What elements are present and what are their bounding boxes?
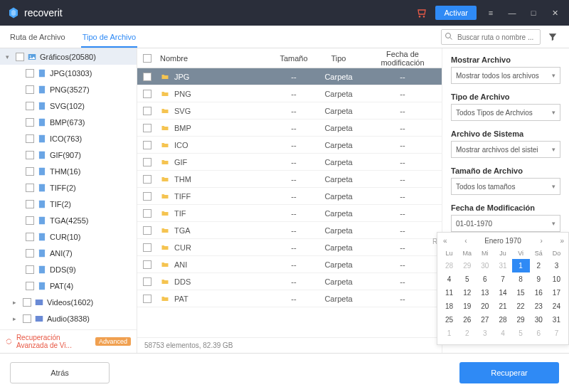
table-row[interactable]: CUR--Carpeta--: [137, 239, 442, 256]
checkbox[interactable]: [23, 298, 31, 307]
checkbox[interactable]: [26, 102, 34, 110]
table-row[interactable]: TGA--Carpeta--: [137, 222, 442, 239]
checkbox[interactable]: [26, 200, 34, 208]
tree-category[interactable]: ▸Audio(3838): [0, 310, 137, 327]
cal-day[interactable]: 24: [548, 300, 565, 313]
cal-day[interactable]: 2: [530, 259, 548, 272]
row-checkbox[interactable]: [143, 277, 151, 286]
tree-item[interactable]: THM(16): [0, 163, 137, 179]
file-size-select[interactable]: Todos los tamaños▾: [451, 178, 560, 195]
checkbox[interactable]: [26, 249, 34, 258]
checkbox[interactable]: [26, 184, 34, 192]
table-row[interactable]: TIFF--Carpeta--: [137, 188, 442, 205]
tree-item[interactable]: CUR(10): [0, 228, 137, 245]
table-row[interactable]: JPG--Carpeta--: [137, 68, 442, 85]
checkbox[interactable]: [23, 314, 31, 323]
table-row[interactable]: THM--Carpeta--: [137, 171, 442, 188]
activate-button[interactable]: Activar: [435, 6, 477, 20]
checkbox[interactable]: [26, 134, 34, 143]
checkbox[interactable]: [16, 53, 24, 61]
cal-day[interactable]: 14: [494, 286, 511, 300]
cal-day[interactable]: 21: [494, 300, 511, 313]
tree-item[interactable]: JPG(10303): [0, 65, 137, 81]
cart-icon[interactable]: [414, 6, 428, 20]
cal-prev-month[interactable]: ‹: [464, 237, 465, 245]
tree-item[interactable]: PNG(3527): [0, 81, 137, 97]
header-name[interactable]: Nombre: [157, 54, 274, 63]
header-date[interactable]: Fecha de modificación: [363, 50, 442, 67]
cal-day[interactable]: 3: [548, 259, 565, 272]
search-input[interactable]: [441, 29, 541, 45]
recover-button[interactable]: Recuperar: [459, 362, 559, 383]
header-type[interactable]: Tipo: [314, 54, 363, 63]
tree-item[interactable]: GIF(907): [0, 147, 137, 163]
tree-root-graphics[interactable]: ▾ Gráficos(20580): [0, 48, 137, 65]
checkbox[interactable]: [26, 282, 34, 290]
system-file-select[interactable]: Mostrar archivos del sistei▾: [451, 141, 560, 158]
row-checkbox[interactable]: [143, 243, 151, 252]
header-size[interactable]: Tamaño: [274, 54, 314, 63]
expand-icon[interactable]: ▸: [13, 299, 20, 306]
cal-day[interactable]: 7: [494, 272, 511, 286]
cal-day[interactable]: 22: [512, 300, 530, 313]
tree-item[interactable]: PAT(4): [0, 277, 137, 294]
row-checkbox[interactable]: [143, 226, 151, 235]
cal-day[interactable]: 17: [548, 286, 565, 300]
cal-day[interactable]: 3: [476, 327, 494, 340]
select-all-checkbox[interactable]: [143, 54, 151, 63]
tree-item[interactable]: TIFF(2): [0, 179, 137, 196]
cal-day[interactable]: 15: [512, 286, 530, 300]
cal-day[interactable]: 29: [512, 313, 530, 327]
cal-day[interactable]: 16: [530, 286, 548, 300]
back-button[interactable]: Atrás: [10, 362, 110, 383]
checkbox[interactable]: [26, 69, 34, 78]
checkbox[interactable]: [26, 151, 34, 159]
cal-day[interactable]: 4: [494, 327, 511, 340]
mod-date-select[interactable]: 01-01-1970▾: [451, 215, 560, 232]
row-checkbox[interactable]: [143, 209, 151, 218]
cal-day[interactable]: 1: [512, 259, 530, 272]
tab-file-path[interactable]: Ruta de Archivo: [9, 28, 67, 48]
cal-day[interactable]: 20: [476, 300, 494, 313]
cal-day[interactable]: 31: [548, 313, 565, 327]
minimize-button[interactable]: —: [505, 6, 519, 20]
table-row[interactable]: PNG--Carpeta--: [137, 85, 442, 102]
table-row[interactable]: TIF--Carpeta--: [137, 205, 442, 222]
cal-day[interactable]: 25: [440, 313, 458, 327]
close-button[interactable]: ✕: [548, 6, 562, 20]
cal-day[interactable]: 5: [512, 327, 530, 340]
cal-next-month[interactable]: ›: [540, 237, 541, 245]
cal-day[interactable]: 10: [548, 272, 565, 286]
checkbox[interactable]: [26, 216, 34, 225]
tree-item[interactable]: ICO(763): [0, 130, 137, 147]
checkbox[interactable]: [26, 85, 34, 94]
cal-day[interactable]: 26: [458, 313, 476, 327]
cal-day[interactable]: 31: [494, 259, 511, 272]
cal-day[interactable]: 6: [530, 327, 548, 340]
table-row[interactable]: SVG--Carpeta--: [137, 102, 442, 120]
cal-day[interactable]: 8: [512, 272, 530, 286]
cal-day[interactable]: 5: [458, 272, 476, 286]
maximize-button[interactable]: □: [526, 6, 541, 20]
row-checkbox[interactable]: [143, 73, 151, 81]
menu-icon[interactable]: ≡: [484, 6, 498, 20]
table-row[interactable]: BMP--Carpeta--: [137, 120, 442, 137]
cal-day[interactable]: 19: [458, 300, 476, 313]
cal-day[interactable]: 6: [476, 272, 494, 286]
row-checkbox[interactable]: [143, 141, 151, 149]
cal-day[interactable]: 30: [476, 259, 494, 272]
cal-day[interactable]: 12: [458, 286, 476, 300]
cal-day[interactable]: 11: [440, 286, 458, 300]
collapse-icon[interactable]: ▾: [6, 53, 13, 60]
show-file-select[interactable]: Mostrar todos los archivos▾: [451, 67, 560, 84]
row-checkbox[interactable]: [143, 124, 151, 132]
cal-day[interactable]: 29: [458, 259, 476, 272]
tree-item[interactable]: BMP(673): [0, 114, 137, 130]
row-checkbox[interactable]: [143, 295, 151, 303]
row-checkbox[interactable]: [143, 158, 151, 166]
row-checkbox[interactable]: [143, 192, 151, 201]
tree-item[interactable]: TIF(2): [0, 196, 137, 212]
row-checkbox[interactable]: [143, 260, 151, 269]
cal-day[interactable]: 2: [458, 327, 476, 340]
row-checkbox[interactable]: [143, 90, 151, 98]
